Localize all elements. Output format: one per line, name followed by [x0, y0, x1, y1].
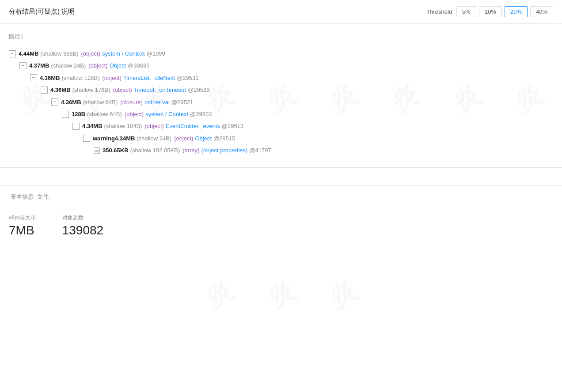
tree-row: − 128B (shallow 64B) (object) system / C…: [9, 108, 553, 120]
threshold-20pct[interactable]: 20%: [505, 6, 528, 17]
tree-row: − 4.37MB (shallow 24B) (object) Object @…: [9, 60, 553, 72]
node-name[interactable]: Object: [110, 60, 126, 71]
node-name[interactable]: system / Context: [145, 109, 188, 119]
type-label: (object): [145, 121, 164, 131]
size-shallow: (shallow 128B): [62, 73, 100, 83]
size-shallow: (shallow 24B): [51, 60, 86, 71]
tree-toggle[interactable]: −: [30, 74, 37, 81]
page-title: 分析结果(可疑点) 说明: [9, 8, 75, 16]
tree-row: − 4.36MB (shallow 176B) (object) Timeout…: [9, 84, 553, 96]
threshold-5pct[interactable]: 5%: [456, 6, 476, 17]
divider: [0, 167, 562, 168]
tree: − 4.44MB (shallow 368B) (object) system …: [9, 48, 553, 157]
size-main: 4.37MB: [29, 60, 49, 71]
node-id: @29521: [171, 97, 193, 107]
stat-v8-value: 7MB: [9, 223, 36, 237]
file-label: 文件:: [37, 193, 50, 200]
node-id: @29515: [213, 133, 235, 143]
tree-row: − warning4.34MB (shallow 24B) (object) O…: [9, 132, 553, 144]
size-shallow: (shallow 24B): [137, 133, 171, 143]
node-name[interactable]: Object: [195, 133, 212, 143]
node-name[interactable]: (object properties): [201, 145, 248, 155]
node-id: @1099: [147, 49, 165, 59]
size-shallow: (shallow 368B): [41, 49, 79, 59]
type-label: (object): [81, 49, 100, 59]
header: 分析结果(可疑点) 说明 Threshold 5% 10% 20% 40%: [0, 0, 562, 24]
tree-toggle[interactable]: −: [19, 62, 27, 69]
type-label: (object): [103, 73, 122, 83]
threshold-label: Threshold: [426, 8, 452, 15]
tree-row: − 4.34MB (shallow 104B) (object) EventEm…: [9, 120, 553, 132]
stat-objects-value: 139082: [62, 223, 103, 237]
stat-objects-label: 对象总数: [62, 214, 103, 222]
tree-toggle[interactable]: −: [9, 50, 16, 57]
node-id: @29531: [177, 73, 198, 83]
size-shallow: (shallow 176B): [72, 85, 110, 95]
type-label: (object): [174, 133, 193, 143]
path-label: 路径1: [9, 33, 553, 41]
node-id: @29513: [222, 121, 243, 131]
type-label: (object): [88, 60, 107, 71]
tree-row: − 4.36MB (shallow 64B) (closure) onInter…: [9, 96, 553, 108]
tree-row: − 4.36MB (shallow 128B) (object) TimersL…: [9, 72, 553, 84]
node-name[interactable]: system / Context: [102, 49, 145, 59]
size-main: 4.36MB: [40, 73, 60, 83]
threshold-40pct[interactable]: 40%: [530, 6, 553, 17]
node-name[interactable]: EventEmitter._events: [166, 121, 220, 131]
leaf-icon: ▭: [94, 147, 100, 154]
tree-row: − 4.44MB (shallow 368B) (object) system …: [9, 48, 553, 60]
type-label: (object): [125, 109, 144, 119]
main-content: 路径1 − 4.44MB (shallow 368B) (object) sys…: [0, 24, 562, 157]
stat-v8-label: v8内存大小: [9, 214, 36, 222]
size-main: warning4.34MB: [93, 133, 135, 143]
node-name[interactable]: TimersList._idleNext: [123, 73, 175, 83]
stat-object-count: 对象总数 139082: [62, 214, 103, 237]
size-main: 4.36MB: [50, 85, 71, 95]
node-name[interactable]: Timeout._onTimeout: [134, 85, 186, 95]
type-label: (object): [113, 85, 132, 95]
node-id: @29529: [188, 85, 209, 95]
size-main: 4.44MB: [19, 49, 39, 59]
node-name[interactable]: onInterval: [144, 97, 170, 107]
tree-toggle[interactable]: −: [72, 123, 80, 130]
size-shallow: (shallow 64B): [83, 97, 118, 107]
size-shallow: (shallow 192.05KB): [130, 145, 180, 155]
size-main: 4.34MB: [82, 121, 103, 131]
node-id: @41797: [249, 145, 271, 155]
size-main: 128B: [72, 109, 85, 119]
node-id: @33635: [128, 60, 149, 71]
tree-toggle[interactable]: −: [83, 135, 90, 142]
tree-toggle[interactable]: −: [41, 87, 48, 94]
size-main: 350.65KB: [103, 145, 129, 155]
type-label: (array): [182, 145, 199, 155]
info-title: 基本信息 文件:: [9, 193, 553, 201]
info-stats: v8内存大小 7MB 对象总数 139082: [9, 210, 553, 242]
size-main: 4.36MB: [61, 97, 81, 107]
tree-row: ▭ 350.65KB (shallow 192.05KB) (array) (o…: [9, 144, 553, 156]
type-label: (closure): [120, 97, 143, 107]
stat-v8-memory: v8内存大小 7MB: [9, 214, 36, 237]
tree-toggle[interactable]: −: [51, 98, 58, 106]
size-shallow: (shallow 64B): [87, 109, 122, 119]
threshold-10pct[interactable]: 10%: [479, 6, 502, 17]
tree-toggle[interactable]: −: [62, 111, 69, 118]
threshold-section: Threshold 5% 10% 20% 40%: [426, 6, 553, 17]
size-shallow: (shallow 104B): [104, 121, 142, 131]
node-id: @29503: [190, 109, 212, 119]
info-section: 基本信息 文件: v8内存大小 7MB 对象总数 139082: [0, 185, 562, 249]
